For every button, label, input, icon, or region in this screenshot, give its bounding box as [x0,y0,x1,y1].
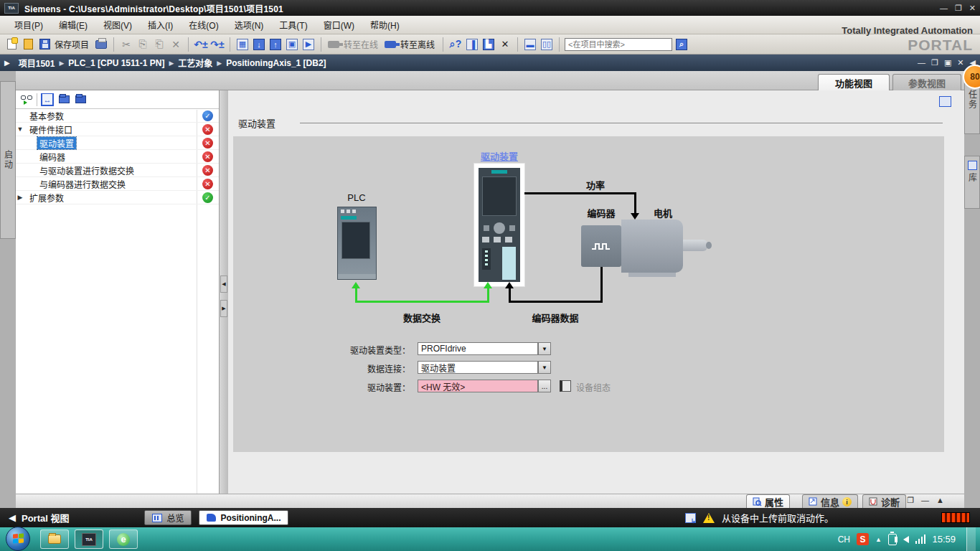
menu-options[interactable]: 选项(N) [227,17,271,33]
tree-row-extended-params[interactable]: ▶ 扩展参数 ✓ [16,191,219,204]
drive-device-link[interactable]: 驱动装置 [471,149,528,163]
project-search-input[interactable] [565,38,672,51]
tree-row-encoder[interactable]: 编码器 ✕ [16,150,219,164]
device-configuration-label[interactable]: 设备组态 [576,381,611,393]
tree-label[interactable]: 与编码器进行数据交换 [37,178,128,190]
menu-project[interactable]: 项目(P) [7,17,50,33]
menu-edit[interactable]: 编辑(E) [52,17,95,33]
data-connection-dropdown-icon[interactable]: ▼ [538,361,551,374]
cut-icon[interactable]: ✂ [119,37,133,52]
tree-row-drive-data-exchange[interactable]: 与驱动装置进行数据交换 ✕ [16,164,219,177]
upload-action-icon[interactable] [685,513,696,523]
print-icon[interactable] [94,37,108,52]
collapse-right-icon[interactable]: ▶ [220,300,227,317]
editor-maximize-icon[interactable]: ▣ [944,58,951,67]
redo-icon[interactable]: ↷± [210,37,225,52]
new-project-icon[interactable] [4,37,19,52]
left-rail-tab-start[interactable]: 启动 [0,81,16,239]
collapse-twistie-icon[interactable]: ▼ [16,126,24,133]
download-icon[interactable]: ↓ [252,37,266,52]
tab-function-view[interactable]: 功能视图 [818,74,890,90]
tree-row-encoder-data-exchange[interactable]: 与编码器进行数据交换 ✕ [16,177,219,191]
volume-icon[interactable] [903,536,909,543]
device-configuration-icon[interactable] [560,380,571,392]
taskbar-tia-button[interactable]: TIA [75,529,103,549]
panel-splitter[interactable]: ◀ ▶ [220,90,228,494]
monitor-all-icon[interactable] [20,93,33,106]
expand-twistie-icon[interactable]: ▶ [16,194,24,201]
download-to-device-icon[interactable]: ▦ [235,37,250,52]
delete-icon[interactable]: ✕ [169,37,183,52]
go-online-label[interactable]: 转至在线 [344,38,378,50]
device-memory-icon[interactable]: ▣ [285,37,299,52]
drive-type-dropdown-icon[interactable]: ▼ [538,342,551,355]
window-restore-icon[interactable]: ❐ [955,4,962,13]
tree-label-selected[interactable]: 驱动装置 [37,137,76,149]
drive-field-input[interactable]: <HW 无效> [418,380,538,392]
window-minimize-icon[interactable]: — [940,4,948,13]
clear-icon[interactable]: ✕ [498,37,512,52]
editor-restore-icon[interactable]: ❐ [931,58,938,67]
menu-insert[interactable]: 插入(I) [141,17,180,33]
search-in-project-icon[interactable]: ⌕ [674,37,689,52]
show-marks-icon[interactable]: ▙ [481,37,496,52]
network-signal-icon[interactable] [915,534,926,544]
tab-parameter-view[interactable]: 参数视图 [892,74,961,90]
tree-row-basic-params[interactable]: 基本参数 ✓ [16,109,219,123]
breadcrumb-tech-objects[interactable]: 工艺对象 [178,57,212,69]
tree-label[interactable]: 基本参数 [27,110,66,122]
start-button[interactable] [6,527,30,551]
inspector-restore-icon[interactable]: ❐ [907,496,914,505]
tree-label[interactable]: 扩展参数 [27,192,66,204]
drive-type-select[interactable]: PROFIdrive [418,342,538,355]
save-project-icon[interactable] [37,37,52,52]
right-rail-tab-library[interactable]: 库 [964,156,980,209]
split-horizontal-icon[interactable]: ▬ [523,37,537,52]
go-online-icon[interactable] [326,37,341,52]
tree-label[interactable]: 编码器 [37,151,67,163]
breadcrumb-plc[interactable]: PLC_1 [CPU 1511-1 PN] [68,58,164,68]
collapse-all-icon[interactable] [74,93,87,106]
inspector-collapse-icon[interactable]: ▲ [936,496,944,505]
taskbar-explorer-button[interactable] [40,529,69,549]
tab-diagnostics[interactable]: 诊断 [862,494,906,509]
inspector-minimize-icon[interactable]: — [921,496,929,505]
sogou-input-icon[interactable]: S [857,533,869,545]
breadcrumb-axis[interactable]: PositioningAxis_1 [DB2] [226,58,326,68]
tree-label[interactable]: 硬件件接口 [27,123,75,136]
open-project-icon[interactable] [21,37,35,52]
tree-row-hardware-interface[interactable]: ▼ 硬件件接口 ✕ [16,123,219,136]
compare-values-icon[interactable]: ↔ [41,93,54,106]
diagnostics-search-icon[interactable]: ⌕? [448,37,463,52]
paste-icon[interactable]: ⎗ [152,37,166,52]
data-connection-select[interactable]: 驱动装置 [418,361,538,374]
menu-tools[interactable]: 工具(T) [272,17,314,33]
editor-minimize-icon[interactable]: — [918,58,925,67]
drive-device-image[interactable] [474,164,524,286]
clock[interactable]: 15:59 [932,534,956,545]
start-runtime-icon[interactable]: ▶ [301,37,316,52]
menu-window[interactable]: 窗口(W) [316,17,362,33]
tree-label[interactable]: 与驱动装置进行数据交换 [37,164,136,176]
project-tree-expand-icon[interactable]: ▶ [4,59,10,67]
menu-view[interactable]: 视图(V) [96,17,139,33]
save-project-label[interactable]: 保存项目 [55,38,89,50]
menu-online[interactable]: 在线(O) [182,17,225,33]
overview-button[interactable]: 总览 [144,510,192,525]
active-editor-button[interactable]: PositioningA... [199,510,288,525]
tab-info[interactable]: 信息 i [802,494,858,509]
show-crossrefs-icon[interactable]: ▐ [465,37,479,52]
show-desktop-button[interactable] [966,527,976,551]
tree-row-drive[interactable]: 驱动装置 ✕ [16,136,219,150]
upload-icon[interactable]: ↑ [268,37,283,52]
menu-help[interactable]: 帮助(H) [363,17,407,33]
portal-view-switch[interactable]: ◀ Portal 视图 [9,511,69,524]
breadcrumb-project[interactable]: 项目1501 [19,57,55,69]
go-offline-label[interactable]: 转至离线 [400,38,435,50]
go-offline-icon[interactable] [383,37,397,52]
tray-expand-icon[interactable]: ▲ [875,536,882,543]
collapse-left-icon[interactable]: ◀ [220,276,227,293]
editor-close-icon[interactable]: ✕ [957,58,963,67]
copy-icon[interactable]: ⎘ [136,37,150,52]
split-vertical-icon[interactable]: ▯▯ [540,37,554,52]
